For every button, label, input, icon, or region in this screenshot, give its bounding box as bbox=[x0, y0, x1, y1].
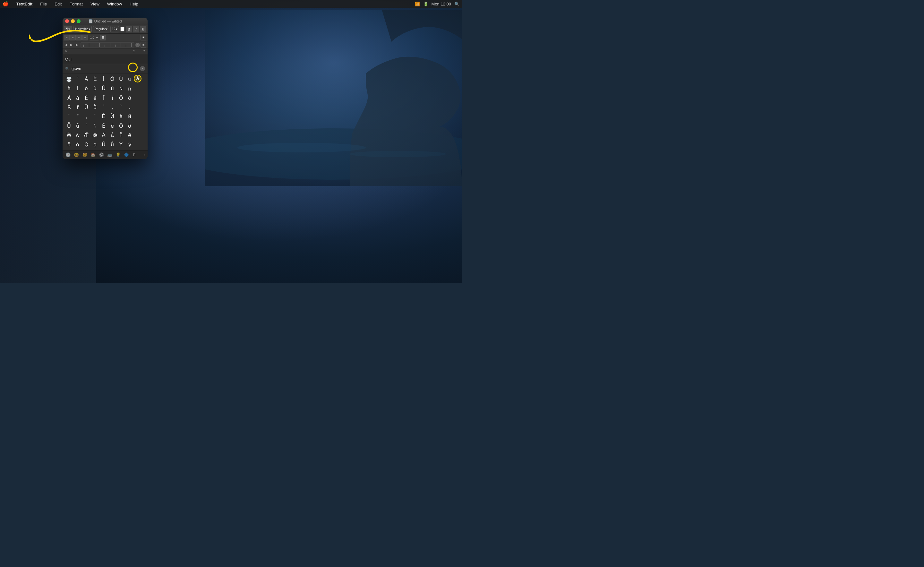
char-cell-E-dbl-grave2[interactable]: Ȅ bbox=[117, 130, 126, 140]
char-cell-U-grave-diaer[interactable]: Ǜ bbox=[82, 103, 91, 112]
menu-file[interactable]: File bbox=[39, 1, 48, 7]
char-cell-o-grave[interactable]: ò bbox=[82, 84, 91, 93]
char-cell-U-grave-cap[interactable]: Ù bbox=[117, 75, 126, 84]
char-cell-grave1[interactable]: ` bbox=[73, 75, 82, 84]
apple-menu[interactable]: 🍎 bbox=[3, 1, 9, 7]
char-cell-o-inv-breve[interactable]: ȏ bbox=[125, 121, 134, 130]
char-cell-A-grave[interactable]: À bbox=[82, 75, 91, 84]
char-cell-backslash[interactable]: \ bbox=[90, 121, 99, 130]
char-cell-O-grave[interactable]: Ò bbox=[108, 75, 117, 84]
char-cell-a-grave[interactable]: à bbox=[134, 75, 141, 82]
char-cell-w-grave[interactable]: ẁ bbox=[73, 130, 82, 140]
char-cell-u-acute-diaer[interactable]: ǘ bbox=[108, 140, 117, 149]
char-cell-a-caron[interactable]: ǎ bbox=[73, 93, 82, 102]
menu-view[interactable]: View bbox=[89, 1, 101, 7]
ruler-forward-btn2[interactable]: ▶ bbox=[75, 43, 79, 47]
align-center-btn[interactable]: ≡ bbox=[70, 34, 76, 40]
align-right-btn[interactable]: ≡ bbox=[76, 34, 82, 40]
char-cell-grave5[interactable]: ` bbox=[90, 112, 99, 121]
char-cell-I-cyr-grave[interactable]: Й bbox=[108, 112, 117, 121]
cat-tab-symbols[interactable]: 💡 bbox=[114, 152, 122, 158]
char-cell-skull[interactable]: 💀 bbox=[64, 75, 74, 84]
list-button[interactable]: ☰ bbox=[100, 34, 106, 40]
char-search-input[interactable] bbox=[72, 66, 138, 71]
char-cell-e-dbl-grave2[interactable]: ȅ bbox=[125, 130, 134, 140]
style-selector[interactable]: Regular ▾ bbox=[93, 26, 109, 32]
menu-help[interactable]: Help bbox=[128, 1, 140, 7]
char-cell-o-dbl-grave[interactable]: ȍ bbox=[125, 93, 134, 102]
char-cell-e-grave2[interactable]: è bbox=[117, 112, 126, 121]
char-cell-U-cap[interactable]: U bbox=[125, 75, 134, 84]
char-cell-O-inv-breve[interactable]: Ȏ bbox=[117, 121, 126, 130]
char-cell-I-grave[interactable]: Ì bbox=[99, 75, 108, 84]
char-cell-grave2[interactable]: ` bbox=[99, 103, 108, 112]
char-cell-O-dbl-grave[interactable]: Ȍ bbox=[117, 93, 126, 102]
expand-button[interactable]: ⊞ bbox=[141, 34, 146, 40]
cat-tab-recent[interactable]: 🕐 bbox=[64, 152, 72, 158]
font-selector[interactable]: Helvetica ▾ bbox=[74, 26, 92, 32]
char-cell-I-dbl-grave[interactable]: Ȉ bbox=[99, 93, 108, 102]
ruler-forward-btn1[interactable]: ▶ bbox=[69, 43, 74, 47]
char-cell-U-acute-diaer[interactable]: Ǘ bbox=[99, 140, 108, 149]
line-spacing-input[interactable]: 1.0 ▾ bbox=[89, 34, 99, 40]
char-cell-o-dbl-grave2[interactable]: ȍ bbox=[73, 140, 82, 149]
paragraph-style-btn[interactable]: ¶ ▾ bbox=[64, 26, 72, 32]
underline-button[interactable]: U bbox=[140, 26, 146, 32]
char-cell-E-inv-breve[interactable]: Ȇ bbox=[99, 121, 108, 130]
char-cell-N[interactable]: N bbox=[117, 84, 126, 93]
char-cell-i-cyr-grave[interactable]: й bbox=[125, 112, 134, 121]
char-cell-e-grave[interactable]: è bbox=[64, 84, 74, 93]
cat-tab-flags[interactable]: 🏳 bbox=[131, 152, 138, 158]
char-cell-dbl-quote[interactable]: " bbox=[73, 112, 82, 121]
char-cell-i-grave[interactable]: ì bbox=[73, 84, 82, 93]
char-cell-A-ring[interactable]: Å bbox=[99, 130, 108, 140]
cat-tab-shapes[interactable]: 🔷 bbox=[123, 152, 130, 158]
text-color-swatch[interactable] bbox=[120, 27, 124, 32]
maximize-button[interactable] bbox=[76, 19, 81, 23]
align-justify-btn[interactable]: ≡ bbox=[82, 34, 88, 40]
char-cell-i-dbl-grave[interactable]: ȉ bbox=[108, 93, 117, 102]
ruler-back-btn[interactable]: ◀ bbox=[64, 43, 68, 47]
char-cell-R-inv-breve[interactable]: Ȓ bbox=[64, 103, 74, 112]
char-cell-n-dot[interactable]: ṅ bbox=[125, 84, 134, 93]
char-cell-o-caron[interactable]: ǒ bbox=[64, 140, 74, 149]
menu-format[interactable]: Format bbox=[68, 1, 84, 7]
size-selector[interactable]: 12 ▾ bbox=[110, 26, 119, 32]
menu-window[interactable]: Window bbox=[106, 1, 123, 7]
char-cell-y-grave[interactable]: ẏ bbox=[125, 140, 134, 149]
char-cell-grave3[interactable]: ` bbox=[117, 103, 126, 112]
char-cell-Y-grave[interactable]: Ẏ bbox=[117, 140, 126, 149]
char-cell-e-dbl-grave[interactable]: ȅ bbox=[90, 93, 99, 102]
char-cell-u-grave[interactable]: ù bbox=[90, 84, 99, 93]
menu-edit[interactable]: Edit bbox=[53, 1, 63, 7]
search-clear-button[interactable]: × bbox=[140, 66, 145, 71]
menubar-search-icon[interactable]: 🔍 bbox=[454, 2, 459, 6]
app-name[interactable]: TextEdit bbox=[15, 1, 34, 7]
cat-tab-transport[interactable]: 🚌 bbox=[106, 152, 113, 158]
char-cell-comma[interactable]: , bbox=[108, 103, 117, 112]
char-cell-u-diaer-grave[interactable]: ǚ bbox=[73, 121, 82, 130]
char-cell-comma2[interactable]: , bbox=[82, 112, 91, 121]
document-content[interactable]: Voil bbox=[63, 54, 148, 64]
char-cell-A-caron[interactable]: Ǎ bbox=[64, 93, 74, 102]
char-cell-E-dbl-grave[interactable]: Ȅ bbox=[82, 93, 91, 102]
bold-button[interactable]: B bbox=[126, 26, 132, 32]
char-cell-e-inv-breve[interactable]: ȇ bbox=[108, 121, 117, 130]
ruler-expand-btn[interactable]: ⊞ bbox=[141, 42, 146, 48]
cat-tab-sports[interactable]: ⚽ bbox=[98, 152, 105, 158]
char-cell-U-diaer-grave[interactable]: Ǚ bbox=[64, 121, 74, 130]
char-cell-grave4[interactable]: ` bbox=[64, 112, 74, 121]
char-cell-a-ring[interactable]: å bbox=[108, 130, 117, 140]
close-button[interactable] bbox=[65, 19, 69, 23]
italic-button[interactable]: I bbox=[133, 26, 139, 32]
align-left-btn[interactable]: ≡ bbox=[64, 34, 70, 40]
char-cell-u-grave-diaer[interactable]: ǜ bbox=[90, 103, 99, 112]
char-cell-E-grave-cap2[interactable]: È bbox=[99, 112, 108, 121]
char-cell-grave6[interactable]: ` bbox=[82, 121, 91, 130]
char-cell-o-ogonek[interactable]: ǫ bbox=[90, 140, 99, 149]
char-cell-AE-macron[interactable]: Ǣ bbox=[82, 130, 91, 140]
cat-tab-emoji-animals[interactable]: 😸 bbox=[81, 152, 88, 158]
char-cell-O-ogonek[interactable]: Ǫ bbox=[82, 140, 91, 149]
char-cell-r-inv-breve[interactable]: ȓ bbox=[73, 103, 82, 112]
cat-tab-more[interactable]: » bbox=[143, 153, 146, 157]
